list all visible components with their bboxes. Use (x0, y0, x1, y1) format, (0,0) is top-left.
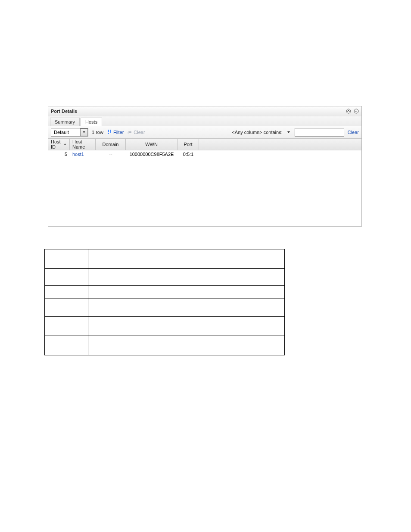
description-cell-value (88, 249, 284, 268)
col-host-id-label: Host ID (51, 139, 62, 149)
panel-title: Port Details (51, 109, 77, 114)
description-row (45, 286, 284, 299)
col-host-name[interactable]: Host Name (70, 139, 96, 150)
tab-hosts[interactable]: Hosts (81, 118, 102, 126)
description-cell-key (45, 336, 88, 355)
description-cell-key (45, 299, 88, 316)
col-host-name-label: Host Name (72, 139, 93, 149)
hosts-grid: Host ID Host Name Domain WWN Port 5 host… (48, 139, 361, 159)
description-cell-key (45, 317, 88, 336)
description-row (45, 269, 284, 286)
grid-header-row: Host ID Host Name Domain WWN Port (48, 139, 361, 150)
description-row (45, 336, 284, 355)
description-cell-key (45, 249, 88, 268)
collapse-icon[interactable] (346, 109, 351, 114)
chevron-down-icon[interactable] (80, 128, 88, 136)
description-cell-key (45, 286, 88, 299)
cell-host-id: 5 (48, 151, 70, 157)
cell-wwn: 10000000C98F5A2E (126, 151, 177, 157)
svg-rect-4 (108, 133, 109, 134)
description-cell-value (88, 269, 284, 285)
clear-filter-button[interactable]: Clear (127, 129, 145, 135)
host-link[interactable]: host1 (72, 152, 84, 157)
svg-rect-3 (110, 130, 111, 133)
clear-search-button[interactable]: Clear (348, 130, 359, 135)
eraser-icon (127, 129, 132, 135)
search-column-dropdown[interactable] (286, 130, 291, 135)
clear-filter-label: Clear (134, 130, 145, 135)
panel-header: Port Details (48, 106, 361, 116)
description-row (45, 299, 284, 317)
view-select[interactable]: Default (51, 128, 88, 137)
col-wwn[interactable]: WWN (126, 139, 177, 150)
col-port-label: Port (184, 142, 192, 147)
search-input[interactable] (295, 128, 344, 137)
description-cell-value (88, 286, 284, 299)
tab-strip: Summary Hosts (48, 116, 361, 126)
description-cell-value (88, 336, 284, 355)
col-port[interactable]: Port (177, 139, 199, 150)
svg-rect-6 (128, 132, 129, 134)
svg-point-1 (354, 109, 358, 113)
filter-button[interactable]: Filter (107, 129, 124, 135)
col-filler (199, 139, 361, 150)
svg-point-0 (346, 109, 351, 113)
description-table (44, 249, 285, 355)
description-cell-value (88, 299, 284, 316)
description-cell-key (45, 269, 88, 285)
table-row[interactable]: 5 host1 -- 10000000C98F5A2E 0:5:1 (48, 150, 361, 159)
row-count-label: 1 row (92, 130, 103, 135)
search-column-label: <Any column> contains: (232, 130, 282, 135)
col-host-id[interactable]: Host ID (48, 139, 70, 150)
cell-domain: -- (96, 151, 126, 157)
filter-icon (107, 129, 112, 135)
col-wwn-label: WWN (145, 142, 158, 147)
view-select-value: Default (51, 128, 80, 136)
filter-label: Filter (113, 130, 124, 135)
grid-toolbar: Default 1 row Filter Clear <Any column> … (48, 126, 361, 139)
sort-asc-icon (63, 143, 67, 146)
description-row (45, 249, 284, 269)
help-icon[interactable] (354, 109, 359, 114)
col-domain-label: Domain (103, 142, 119, 147)
cell-port: 0:5:1 (177, 151, 199, 157)
cell-host-name: host1 (70, 151, 96, 157)
tab-summary[interactable]: Summary (50, 118, 80, 126)
description-cell-value (88, 317, 284, 336)
svg-rect-2 (108, 130, 109, 132)
port-details-panel: Port Details Summary Hosts Default 1 row… (48, 106, 362, 227)
description-row (45, 317, 284, 336)
col-domain[interactable]: Domain (96, 139, 126, 150)
